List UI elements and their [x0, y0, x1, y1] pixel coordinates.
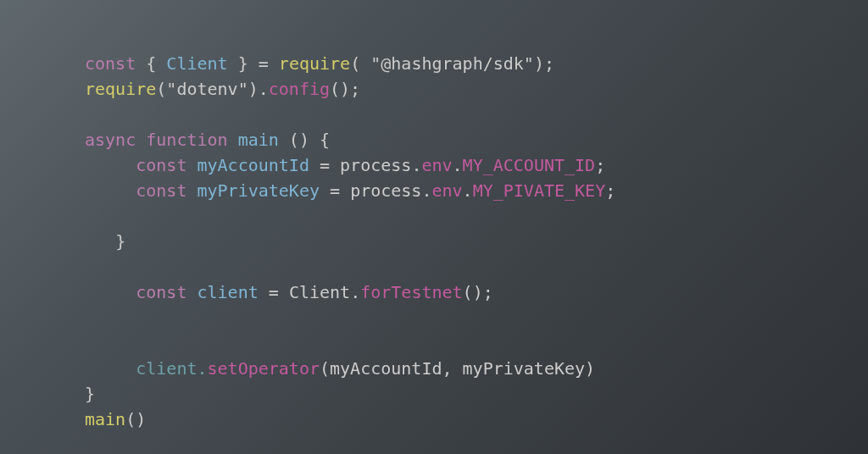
dot: .: [197, 358, 207, 379]
space: [320, 180, 330, 201]
arg-accountid: myAccountId: [330, 358, 442, 379]
dot: .: [411, 155, 421, 175]
space: [279, 130, 289, 150]
prop-env: env: [431, 180, 462, 201]
space: [136, 130, 146, 150]
paren: (: [463, 282, 473, 302]
space: [330, 155, 340, 175]
dot: .: [350, 282, 360, 302]
paren: (: [125, 409, 136, 429]
assign: =: [259, 53, 269, 74]
space: [340, 180, 350, 201]
paren: ): [473, 282, 483, 302]
prop-accountid: MY_ACCOUNT_ID: [463, 155, 596, 175]
paren: ): [340, 79, 350, 99]
string-sdk: "@hashgraph/sdk": [370, 53, 534, 74]
paren: (: [350, 53, 360, 74]
space: [279, 282, 289, 302]
dot: .: [421, 180, 431, 201]
assign: =: [320, 155, 330, 175]
keyword-async: async: [85, 130, 136, 150]
space: [309, 130, 320, 150]
fn-main-call: main: [85, 409, 125, 429]
dot: .: [259, 79, 269, 99]
string-dotenv: "dotenv": [166, 79, 248, 99]
space: [259, 282, 269, 302]
space: [186, 155, 197, 175]
id-main: main: [238, 130, 279, 150]
dot: .: [453, 155, 463, 175]
space: [309, 155, 320, 175]
space: [360, 53, 370, 74]
id-client-type: Client: [166, 53, 227, 74]
paren: (: [320, 358, 330, 379]
space: [269, 53, 279, 74]
id-myaccountid: myAccountId: [197, 155, 309, 175]
keyword-const: const: [136, 282, 186, 302]
id-client: client: [136, 358, 197, 379]
id-client: client: [197, 282, 258, 302]
dot: .: [463, 180, 473, 201]
method-fortestnet: forTestnet: [360, 282, 462, 302]
prop-env: env: [421, 155, 452, 175]
fn-require: require: [85, 79, 156, 99]
space: [186, 180, 197, 201]
comma: ,: [442, 358, 452, 379]
keyword-const: const: [136, 155, 186, 175]
paren: ): [585, 358, 595, 379]
punct: [136, 53, 146, 74]
brace: }: [115, 231, 125, 252]
keyword-const: const: [136, 180, 186, 201]
method-setoperator: setOperator: [208, 358, 320, 379]
paren: ): [248, 79, 259, 99]
fn-require: require: [279, 53, 350, 74]
brace: }: [85, 384, 95, 404]
paren: (: [289, 130, 299, 150]
method-config: config: [269, 79, 330, 99]
id-process: process: [340, 155, 411, 175]
id-myprivatekey: myPrivateKey: [197, 180, 320, 201]
arg-privatekey: myPrivateKey: [463, 358, 586, 379]
brace: {: [320, 130, 330, 150]
paren: (: [156, 79, 166, 99]
brace: }: [238, 53, 248, 74]
space: [228, 130, 238, 150]
assign: =: [269, 282, 279, 302]
paren: ): [299, 130, 309, 150]
space: [228, 53, 238, 74]
semi: ;: [483, 282, 493, 302]
space: [186, 282, 197, 302]
semi: ;: [350, 79, 360, 99]
code-block: const { Client } = require( "@hashgraph/…: [0, 0, 868, 432]
space: [156, 53, 166, 74]
paren: ): [136, 409, 146, 429]
paren: ): [534, 53, 544, 74]
semi: ;: [544, 53, 554, 74]
prop-privatekey: MY_PIVATE_KEY: [473, 180, 606, 201]
semi: ;: [595, 155, 605, 175]
keyword-const: const: [85, 53, 136, 74]
paren: (: [330, 79, 340, 99]
keyword-function: function: [146, 130, 227, 150]
space: [248, 53, 259, 74]
id-process: process: [350, 180, 421, 201]
brace: {: [146, 53, 156, 74]
id-client-type: Client: [289, 282, 350, 302]
assign: =: [330, 180, 340, 201]
space: [453, 358, 463, 379]
semi: ;: [605, 180, 615, 201]
